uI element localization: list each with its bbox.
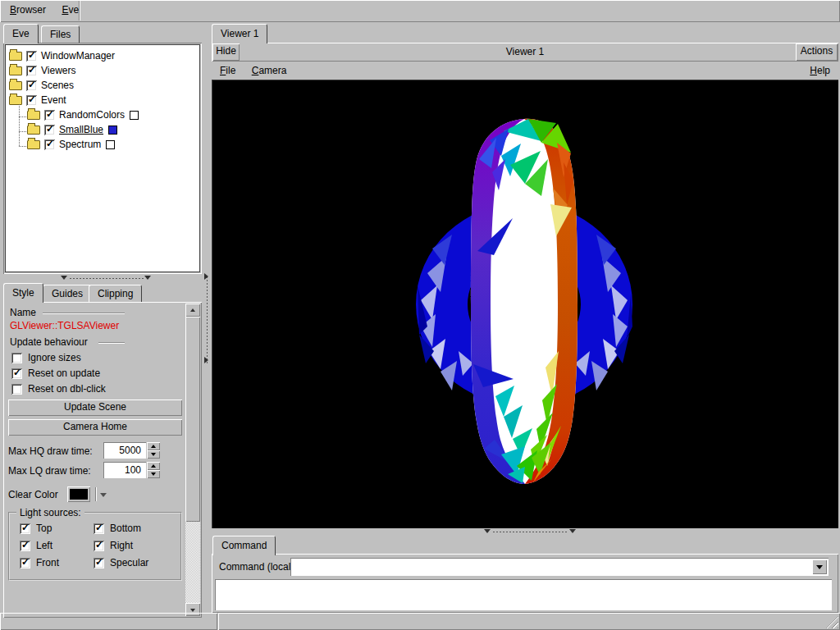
viewer-class-name: GLViewer::TGLSAViewer — [10, 320, 119, 331]
viewer-menu-help[interactable]: Help — [805, 62, 835, 80]
light-specular[interactable]: Specular — [94, 556, 148, 569]
tree-checkbox[interactable] — [44, 125, 55, 135]
command-combobox[interactable] — [290, 558, 829, 576]
light-sources-group: Light sources: Top Bottom Left Right Fro… — [8, 512, 182, 581]
spin-up-icon — [151, 445, 156, 448]
scene-tree: WindowManager Viewers Scenes Event — [5, 44, 200, 272]
tree-item-windowmanager[interactable]: WindowManager — [9, 48, 115, 63]
tab-guides[interactable]: Guides — [43, 285, 92, 302]
tree-item-viewers[interactable]: Viewers — [9, 63, 75, 78]
tree-item-spectrum[interactable]: Spectrum — [27, 137, 115, 152]
tree-connector — [19, 104, 20, 146]
tab-eve[interactable]: Eve — [3, 24, 39, 43]
tree-frame: WindowManager Viewers Scenes Event — [3, 43, 202, 274]
max-lq-input[interactable] — [105, 463, 144, 477]
tab-files[interactable]: Files — [41, 25, 80, 43]
max-hq-spin-up[interactable] — [147, 442, 160, 450]
spin-down-icon — [151, 472, 156, 476]
name-label: Name — [10, 307, 36, 318]
tree-checkbox[interactable] — [44, 139, 55, 150]
max-hq-label: Max HQ draw time: — [8, 445, 93, 457]
gl-viewport-render[interactable] — [212, 80, 838, 527]
tree-checkbox[interactable] — [44, 110, 55, 121]
tree-item-smallblue[interactable]: SmallBlue — [27, 122, 117, 137]
spin-down-icon — [151, 453, 156, 456]
tree-checkbox[interactable] — [26, 51, 37, 62]
viewer-titlebar: Hide Viewer 1 Actions — [212, 43, 838, 62]
update-scene-button[interactable]: Update Scene — [8, 399, 182, 416]
tree-connector — [19, 146, 26, 147]
tree-item-randomcolors[interactable]: RandomColors — [27, 107, 139, 122]
statusbar-left — [0, 613, 217, 630]
light-front[interactable]: Front — [20, 556, 59, 569]
tree-checkbox[interactable] — [26, 95, 37, 106]
light-top[interactable]: Top — [20, 522, 52, 535]
tree-checkbox[interactable] — [26, 66, 37, 76]
folder-icon — [27, 140, 40, 149]
tab-style[interactable]: Style — [3, 283, 43, 303]
actions-button[interactable]: Actions — [796, 43, 838, 61]
tree-checkbox[interactable] — [26, 80, 37, 91]
scroll-down-icon — [190, 609, 195, 612]
clear-color-swatch[interactable] — [67, 486, 90, 502]
resize-grip[interactable] — [826, 616, 838, 628]
viewer-menu-camera[interactable]: Camera — [245, 62, 294, 80]
dropdown-arrow-icon — [816, 565, 823, 569]
command-frame: Command (local): — [212, 554, 838, 613]
update-behaviour-label: Update behaviour — [10, 336, 88, 348]
splitter-arrow-icon — [144, 276, 151, 280]
light-right[interactable]: Right — [94, 539, 133, 552]
tab-clipping[interactable]: Clipping — [89, 285, 142, 302]
statusbar-right — [218, 613, 840, 630]
command-local-label: Command (local): — [219, 561, 297, 573]
gl-viewport[interactable] — [212, 80, 838, 528]
scroll-up-icon — [190, 308, 195, 312]
max-hq-spin-down[interactable] — [147, 450, 160, 459]
main-menubar: Browser Eve — [0, 0, 840, 22]
camera-home-button[interactable]: Camera Home — [8, 419, 182, 436]
style-panel: Name GLViewer::TGLSAViewer Update behavi… — [3, 302, 202, 618]
max-lq-spin-up[interactable] — [147, 462, 160, 470]
viewer-menubar: File Camera Help — [212, 62, 838, 80]
menu-eve[interactable]: Eve — [55, 0, 85, 20]
max-lq-spin-down[interactable] — [147, 470, 160, 478]
vertical-splitter[interactable] — [203, 23, 212, 614]
menu-browser[interactable]: Browser — [3, 0, 52, 20]
tree-connector — [19, 116, 26, 117]
tree-item-event[interactable]: Event — [9, 93, 66, 107]
max-lq-label: Max LQ draw time: — [8, 465, 91, 477]
scrollbar-track[interactable] — [185, 522, 200, 603]
light-left[interactable]: Left — [20, 539, 52, 552]
command-input[interactable] — [292, 559, 810, 574]
max-hq-input[interactable] — [105, 444, 144, 457]
checkbox-reset-on-update[interactable]: Reset on update — [11, 367, 100, 380]
splitter-arrow-icon — [204, 273, 208, 280]
checkbox-ignore-sizes[interactable]: Ignore sizes — [11, 351, 81, 364]
left-horizontal-splitter[interactable] — [3, 274, 202, 283]
tree-item-scenes[interactable]: Scenes — [9, 78, 74, 93]
splitter-arrow-icon — [484, 529, 491, 533]
tree-connector — [19, 131, 26, 132]
bottom-horizontal-splitter[interactable] — [212, 528, 838, 536]
style-panel-scrollbar[interactable] — [185, 304, 200, 616]
scrollbar-thumb[interactable] — [185, 317, 200, 522]
viewer-title: Viewer 1 — [212, 46, 838, 57]
splitter-arrow-icon — [569, 529, 576, 533]
splitter-arrow-icon — [204, 357, 208, 363]
clear-color-dropdown-icon[interactable] — [100, 493, 107, 497]
folder-icon — [27, 111, 40, 120]
checkbox-reset-on-dbl-click[interactable]: Reset on dbl-click — [11, 382, 106, 395]
color-swatch[interactable] — [108, 126, 117, 135]
command-log[interactable] — [215, 579, 832, 610]
command-dropdown-button[interactable] — [812, 559, 827, 574]
folder-icon — [27, 126, 40, 135]
application-window: Browser Eve Eve Files WindowManager View… — [0, 0, 840, 630]
color-swatch[interactable] — [106, 140, 115, 149]
light-bottom[interactable]: Bottom — [94, 522, 141, 535]
tab-command[interactable]: Command — [212, 536, 276, 555]
color-swatch[interactable] — [130, 111, 139, 120]
viewer-menu-file[interactable]: File — [213, 62, 242, 80]
tab-viewer-1[interactable]: Viewer 1 — [212, 24, 267, 43]
scroll-up-button[interactable] — [185, 304, 200, 317]
clear-color-label: Clear Color — [8, 489, 58, 500]
